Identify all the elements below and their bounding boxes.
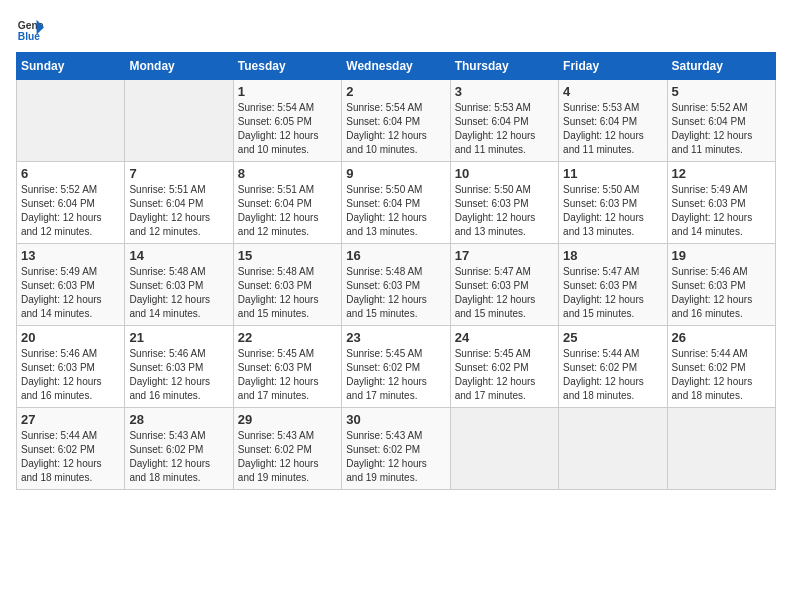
calendar-cell: 12Sunrise: 5:49 AM Sunset: 6:03 PM Dayli… (667, 162, 775, 244)
day-info: Sunrise: 5:45 AM Sunset: 6:02 PM Dayligh… (455, 347, 554, 403)
day-info: Sunrise: 5:52 AM Sunset: 6:04 PM Dayligh… (21, 183, 120, 239)
day-info: Sunrise: 5:48 AM Sunset: 6:03 PM Dayligh… (238, 265, 337, 321)
calendar-cell: 29Sunrise: 5:43 AM Sunset: 6:02 PM Dayli… (233, 408, 341, 490)
day-info: Sunrise: 5:50 AM Sunset: 6:04 PM Dayligh… (346, 183, 445, 239)
day-of-week-header: Saturday (667, 53, 775, 80)
day-number: 27 (21, 412, 120, 427)
calendar-header: SundayMondayTuesdayWednesdayThursdayFrid… (17, 53, 776, 80)
day-number: 21 (129, 330, 228, 345)
day-info: Sunrise: 5:48 AM Sunset: 6:03 PM Dayligh… (129, 265, 228, 321)
calendar-cell: 11Sunrise: 5:50 AM Sunset: 6:03 PM Dayli… (559, 162, 667, 244)
calendar-cell: 20Sunrise: 5:46 AM Sunset: 6:03 PM Dayli… (17, 326, 125, 408)
calendar-cell: 21Sunrise: 5:46 AM Sunset: 6:03 PM Dayli… (125, 326, 233, 408)
day-number: 18 (563, 248, 662, 263)
day-of-week-header: Monday (125, 53, 233, 80)
day-info: Sunrise: 5:53 AM Sunset: 6:04 PM Dayligh… (455, 101, 554, 157)
calendar-week-row: 27Sunrise: 5:44 AM Sunset: 6:02 PM Dayli… (17, 408, 776, 490)
calendar-cell: 4Sunrise: 5:53 AM Sunset: 6:04 PM Daylig… (559, 80, 667, 162)
logo-icon: General Blue (16, 16, 44, 44)
day-info: Sunrise: 5:45 AM Sunset: 6:03 PM Dayligh… (238, 347, 337, 403)
day-number: 14 (129, 248, 228, 263)
calendar-cell: 2Sunrise: 5:54 AM Sunset: 6:04 PM Daylig… (342, 80, 450, 162)
calendar-cell: 13Sunrise: 5:49 AM Sunset: 6:03 PM Dayli… (17, 244, 125, 326)
day-number: 17 (455, 248, 554, 263)
calendar-cell (125, 80, 233, 162)
calendar-cell: 14Sunrise: 5:48 AM Sunset: 6:03 PM Dayli… (125, 244, 233, 326)
day-number: 22 (238, 330, 337, 345)
day-number: 6 (21, 166, 120, 181)
calendar-cell (450, 408, 558, 490)
day-number: 5 (672, 84, 771, 99)
day-number: 7 (129, 166, 228, 181)
calendar-cell: 18Sunrise: 5:47 AM Sunset: 6:03 PM Dayli… (559, 244, 667, 326)
day-number: 15 (238, 248, 337, 263)
calendar-cell: 19Sunrise: 5:46 AM Sunset: 6:03 PM Dayli… (667, 244, 775, 326)
day-number: 28 (129, 412, 228, 427)
day-number: 25 (563, 330, 662, 345)
day-info: Sunrise: 5:49 AM Sunset: 6:03 PM Dayligh… (21, 265, 120, 321)
calendar-cell: 22Sunrise: 5:45 AM Sunset: 6:03 PM Dayli… (233, 326, 341, 408)
day-of-week-header: Tuesday (233, 53, 341, 80)
day-number: 13 (21, 248, 120, 263)
calendar-cell: 9Sunrise: 5:50 AM Sunset: 6:04 PM Daylig… (342, 162, 450, 244)
calendar-cell: 30Sunrise: 5:43 AM Sunset: 6:02 PM Dayli… (342, 408, 450, 490)
day-info: Sunrise: 5:52 AM Sunset: 6:04 PM Dayligh… (672, 101, 771, 157)
day-number: 3 (455, 84, 554, 99)
day-number: 16 (346, 248, 445, 263)
day-of-week-header: Thursday (450, 53, 558, 80)
day-number: 1 (238, 84, 337, 99)
calendar-cell: 7Sunrise: 5:51 AM Sunset: 6:04 PM Daylig… (125, 162, 233, 244)
day-info: Sunrise: 5:46 AM Sunset: 6:03 PM Dayligh… (672, 265, 771, 321)
calendar-cell (559, 408, 667, 490)
day-info: Sunrise: 5:43 AM Sunset: 6:02 PM Dayligh… (346, 429, 445, 485)
day-number: 9 (346, 166, 445, 181)
day-number: 26 (672, 330, 771, 345)
calendar-cell: 28Sunrise: 5:43 AM Sunset: 6:02 PM Dayli… (125, 408, 233, 490)
day-info: Sunrise: 5:51 AM Sunset: 6:04 PM Dayligh… (238, 183, 337, 239)
header: General Blue (16, 16, 776, 44)
calendar-cell: 26Sunrise: 5:44 AM Sunset: 6:02 PM Dayli… (667, 326, 775, 408)
day-info: Sunrise: 5:44 AM Sunset: 6:02 PM Dayligh… (563, 347, 662, 403)
day-info: Sunrise: 5:46 AM Sunset: 6:03 PM Dayligh… (21, 347, 120, 403)
day-number: 19 (672, 248, 771, 263)
day-info: Sunrise: 5:50 AM Sunset: 6:03 PM Dayligh… (455, 183, 554, 239)
day-info: Sunrise: 5:47 AM Sunset: 6:03 PM Dayligh… (455, 265, 554, 321)
day-of-week-header: Friday (559, 53, 667, 80)
calendar-cell: 27Sunrise: 5:44 AM Sunset: 6:02 PM Dayli… (17, 408, 125, 490)
day-info: Sunrise: 5:46 AM Sunset: 6:03 PM Dayligh… (129, 347, 228, 403)
calendar-cell (667, 408, 775, 490)
day-info: Sunrise: 5:43 AM Sunset: 6:02 PM Dayligh… (129, 429, 228, 485)
day-info: Sunrise: 5:54 AM Sunset: 6:05 PM Dayligh… (238, 101, 337, 157)
day-number: 8 (238, 166, 337, 181)
day-of-week-header: Wednesday (342, 53, 450, 80)
day-number: 23 (346, 330, 445, 345)
day-info: Sunrise: 5:50 AM Sunset: 6:03 PM Dayligh… (563, 183, 662, 239)
day-of-week-header: Sunday (17, 53, 125, 80)
day-number: 11 (563, 166, 662, 181)
calendar-cell: 6Sunrise: 5:52 AM Sunset: 6:04 PM Daylig… (17, 162, 125, 244)
calendar-table: SundayMondayTuesdayWednesdayThursdayFrid… (16, 52, 776, 490)
calendar-cell: 23Sunrise: 5:45 AM Sunset: 6:02 PM Dayli… (342, 326, 450, 408)
day-number: 20 (21, 330, 120, 345)
logo: General Blue (16, 16, 48, 44)
calendar-cell: 1Sunrise: 5:54 AM Sunset: 6:05 PM Daylig… (233, 80, 341, 162)
day-info: Sunrise: 5:47 AM Sunset: 6:03 PM Dayligh… (563, 265, 662, 321)
day-number: 30 (346, 412, 445, 427)
day-info: Sunrise: 5:54 AM Sunset: 6:04 PM Dayligh… (346, 101, 445, 157)
day-number: 4 (563, 84, 662, 99)
day-info: Sunrise: 5:44 AM Sunset: 6:02 PM Dayligh… (21, 429, 120, 485)
day-info: Sunrise: 5:43 AM Sunset: 6:02 PM Dayligh… (238, 429, 337, 485)
day-number: 2 (346, 84, 445, 99)
day-info: Sunrise: 5:45 AM Sunset: 6:02 PM Dayligh… (346, 347, 445, 403)
day-info: Sunrise: 5:44 AM Sunset: 6:02 PM Dayligh… (672, 347, 771, 403)
calendar-cell: 8Sunrise: 5:51 AM Sunset: 6:04 PM Daylig… (233, 162, 341, 244)
day-number: 10 (455, 166, 554, 181)
calendar-cell: 24Sunrise: 5:45 AM Sunset: 6:02 PM Dayli… (450, 326, 558, 408)
calendar-cell (17, 80, 125, 162)
calendar-week-row: 6Sunrise: 5:52 AM Sunset: 6:04 PM Daylig… (17, 162, 776, 244)
calendar-week-row: 20Sunrise: 5:46 AM Sunset: 6:03 PM Dayli… (17, 326, 776, 408)
calendar-week-row: 1Sunrise: 5:54 AM Sunset: 6:05 PM Daylig… (17, 80, 776, 162)
day-info: Sunrise: 5:53 AM Sunset: 6:04 PM Dayligh… (563, 101, 662, 157)
day-number: 24 (455, 330, 554, 345)
calendar-cell: 10Sunrise: 5:50 AM Sunset: 6:03 PM Dayli… (450, 162, 558, 244)
